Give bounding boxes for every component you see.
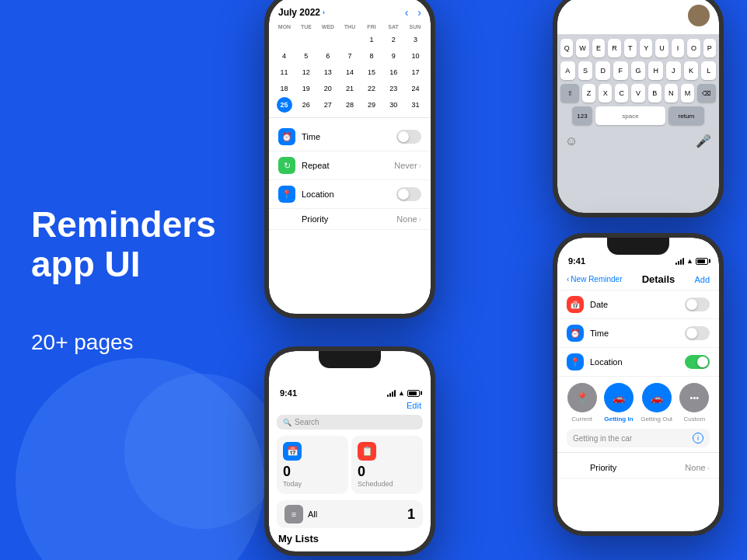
scheduled-icon: 📋: [358, 442, 376, 461]
key-E[interactable]: E: [592, 39, 605, 57]
info-icon[interactable]: i: [693, 433, 703, 443]
key-B[interactable]: B: [648, 84, 661, 103]
priority-label-2: Priority: [590, 463, 685, 472]
priority-chevron-2: ›: [707, 464, 710, 472]
add-button[interactable]: Add: [694, 275, 710, 284]
priority-label: Priority: [302, 214, 396, 224]
key-row-bottom: 123 space return: [560, 106, 716, 125]
date-icon: 📅: [567, 296, 584, 313]
location-current[interactable]: 📍 Current: [567, 383, 597, 423]
repeat-row[interactable]: ↻ Repeat Never ›: [269, 151, 431, 180]
location-custom[interactable]: ••• Custom: [679, 383, 709, 423]
key-R[interactable]: R: [608, 39, 620, 57]
priority-value: None: [396, 214, 417, 224]
location-icon: 📍: [278, 186, 295, 203]
key-P[interactable]: P: [703, 39, 716, 57]
search-bar[interactable]: 🔍 Search: [277, 415, 423, 430]
key-O[interactable]: O: [687, 39, 700, 57]
phone-keyboard: Q W E R T Y U I O P A S D F G H J K: [553, 0, 724, 217]
key-J[interactable]: J: [666, 61, 681, 80]
key-W[interactable]: W: [576, 39, 588, 57]
key-K[interactable]: K: [684, 61, 699, 80]
key-F[interactable]: F: [613, 61, 628, 80]
key-G[interactable]: G: [631, 61, 646, 80]
all-row[interactable]: ≡ All 1: [277, 500, 423, 528]
key-shift[interactable]: ⇧: [560, 84, 579, 103]
location-getting-in[interactable]: 🚗 Getting In: [604, 383, 634, 423]
key-V[interactable]: V: [631, 84, 644, 103]
location-getting-out[interactable]: 🚗 Getting Out: [641, 383, 672, 423]
key-delete[interactable]: ⌫: [697, 84, 716, 103]
keyboard[interactable]: Q W E R T Y U I O P A S D F G H J K: [557, 34, 719, 130]
time-toggle[interactable]: [396, 130, 421, 144]
location-label: Location: [302, 190, 396, 199]
time-toggle-2[interactable]: [685, 326, 710, 340]
key-D[interactable]: D: [595, 61, 610, 80]
left-panel: Reminders app UI 20+ pages: [31, 0, 249, 560]
getting-in-label: Getting In: [604, 416, 633, 423]
key-Q[interactable]: Q: [560, 39, 573, 57]
key-T[interactable]: T: [624, 39, 637, 57]
getting-out-label: Getting Out: [641, 416, 672, 423]
repeat-chevron: ›: [419, 162, 421, 170]
next-month-button[interactable]: ›: [417, 6, 421, 19]
scheduled-card[interactable]: 📋 0 Scheduded: [351, 436, 423, 494]
mic-icon[interactable]: 🎤: [696, 134, 711, 148]
pages-label: 20+ pages: [31, 330, 249, 355]
priority-row[interactable]: Priority None ›: [269, 209, 431, 230]
battery-icon: [407, 390, 420, 397]
repeat-label: Repeat: [302, 161, 394, 170]
location-toggle-2[interactable]: [685, 355, 710, 369]
key-Y[interactable]: Y: [640, 39, 652, 57]
time-label: Time: [302, 132, 396, 141]
priority-row-2[interactable]: Priority None ›: [557, 457, 719, 478]
signal-bars: [387, 390, 396, 397]
phone-calendar: July 2022 › ‹ › MON TUE WED THU FRI SAT …: [264, 0, 435, 318]
back-chevron-icon: ‹: [567, 275, 569, 283]
location-icon-2: 📍: [567, 353, 584, 370]
emoji-icon[interactable]: ☺: [565, 134, 578, 148]
key-N[interactable]: N: [665, 84, 678, 103]
avatar: [688, 5, 710, 26]
key-X[interactable]: X: [599, 84, 612, 103]
current-icon: 📍: [567, 383, 597, 412]
key-M[interactable]: M: [681, 84, 694, 103]
today-label: Today: [283, 480, 342, 488]
back-button[interactable]: ‹ New Reminder: [567, 275, 622, 283]
wifi-icon: ▲: [398, 389, 405, 397]
today-card[interactable]: 📅 0 Today: [277, 436, 348, 494]
key-row-2: A S D F G H J K L: [560, 61, 716, 80]
time-row: ⏰ Time: [269, 123, 431, 151]
calendar-nav[interactable]: ‹ ›: [405, 6, 421, 19]
key-Z[interactable]: Z: [582, 84, 595, 103]
key-U[interactable]: U: [655, 39, 668, 57]
key-A[interactable]: A: [560, 61, 575, 80]
key-return[interactable]: return: [668, 106, 704, 125]
key-H[interactable]: H: [648, 61, 663, 80]
phone-details: 9:41 ▲ ‹ New: [553, 233, 724, 536]
date-toggle[interactable]: [685, 297, 710, 311]
scheduled-count: 0: [358, 464, 417, 480]
battery-icon-2: [696, 258, 708, 265]
keyboard-bottom-bar: ☺ 🎤: [557, 130, 719, 151]
key-S[interactable]: S: [578, 61, 593, 80]
key-L[interactable]: L: [701, 61, 716, 80]
key-space[interactable]: space: [595, 106, 665, 125]
prev-month-button[interactable]: ‹: [405, 6, 409, 19]
calendar-month: July 2022 ›: [278, 7, 325, 18]
all-count: 1: [407, 506, 415, 523]
current-label: Current: [571, 416, 592, 423]
key-C[interactable]: C: [615, 84, 628, 103]
custom-label: Custom: [684, 416, 706, 423]
edit-button[interactable]: Edit: [407, 401, 421, 410]
phone-lists: 9:41 ▲ Edit 🔍: [264, 346, 435, 556]
reminder-cards: 📅 0 Today 📋 0 Scheduded: [269, 436, 431, 500]
location-row-2: 📍 Location: [557, 348, 719, 377]
key-I[interactable]: I: [672, 39, 684, 57]
key-123[interactable]: 123: [572, 106, 592, 125]
back-label: New Reminder: [571, 275, 622, 283]
location-toggle[interactable]: [396, 187, 421, 201]
calendar-grid: 1 2 3 4 5 6 7 8 9 10 11 12 13 14 15 16 1…: [269, 32, 431, 113]
location-label-2: Location: [590, 357, 685, 367]
phone3-notch: [319, 351, 381, 368]
